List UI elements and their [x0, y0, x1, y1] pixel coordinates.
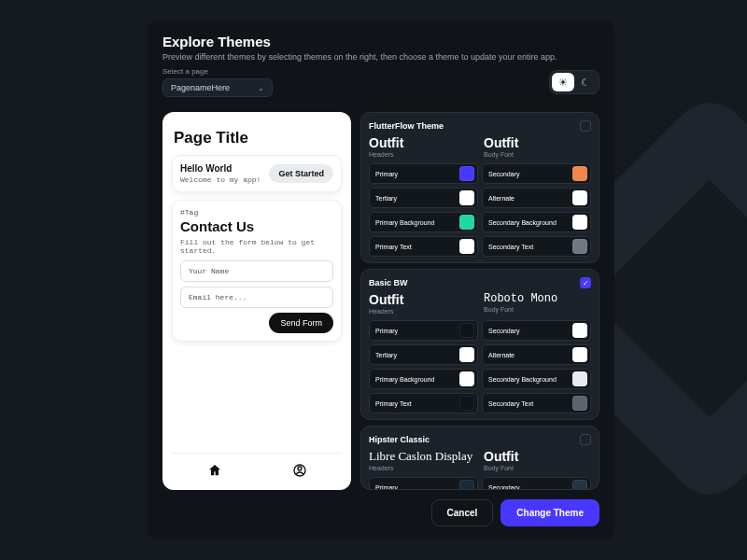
light-dark-toggle: ☀ ☾: [549, 70, 599, 94]
contact-title: Contact Us: [180, 218, 333, 234]
contact-card: #Tag Contact Us Fill out the form below …: [172, 200, 342, 342]
color-swatch[interactable]: Secondary Text: [482, 236, 591, 257]
swatch-chip: [572, 396, 587, 411]
swatch-label: Alternate: [488, 352, 514, 358]
swatch-chip: [459, 323, 474, 338]
swatch-label: Secondary Background: [488, 376, 557, 383]
body-font-label: Body Font: [484, 306, 591, 313]
preview-page-title: Page Title: [174, 129, 340, 147]
header-font-label: Headers: [369, 465, 476, 471]
hello-card: Hello World Welcome to my app! Get Start…: [172, 155, 342, 192]
email-input[interactable]: Email here...: [180, 287, 333, 308]
swatch-label: Tertiary: [375, 352, 397, 358]
color-swatch[interactable]: Secondary: [482, 477, 591, 490]
hello-title: Hello World: [180, 163, 261, 174]
swatch-chip: [572, 239, 587, 254]
swatch-chip: [459, 480, 474, 490]
theme-list: FlutterFlow ThemeOutfitHeadersOutfitBody…: [360, 112, 599, 490]
theme-card[interactable]: Hipster ClassicLibre Caslon DisplayHeade…: [360, 426, 599, 490]
swatch-label: Secondary Background: [488, 219, 557, 226]
theme-select-checkbox[interactable]: [580, 120, 591, 132]
color-swatch[interactable]: Primary: [369, 320, 478, 341]
change-theme-button[interactable]: Change Theme: [500, 499, 599, 526]
color-swatch[interactable]: Primary Background: [369, 369, 478, 389]
swatch-chip: [459, 396, 474, 411]
color-swatch[interactable]: Secondary: [482, 320, 591, 341]
swatch-chip: [572, 323, 587, 338]
contact-subtitle: Fill out the form below to get started.: [180, 238, 333, 255]
swatch-chip: [572, 215, 587, 230]
color-swatch[interactable]: Primary: [369, 477, 478, 490]
swatch-label: Secondary Text: [488, 244, 533, 250]
theme-select-checkbox[interactable]: ✓: [580, 277, 591, 288]
color-swatch[interactable]: Primary Text: [369, 393, 478, 413]
get-started-button[interactable]: Get Started: [269, 164, 333, 183]
color-swatch[interactable]: Secondary Background: [482, 212, 591, 232]
color-swatch[interactable]: Alternate: [482, 188, 591, 208]
swatch-chip: [572, 190, 587, 205]
send-form-button[interactable]: Send Form: [269, 313, 333, 333]
swatch-chip: [572, 347, 587, 362]
dark-mode-button[interactable]: ☾: [574, 73, 597, 91]
color-swatch[interactable]: Tertiary: [369, 188, 478, 208]
body-font: Outfit: [484, 135, 591, 150]
swatch-label: Secondary: [488, 484, 519, 491]
color-swatch[interactable]: Primary Background: [369, 212, 478, 232]
swatch-chip: [572, 480, 587, 490]
panel-subtitle: Preview different themes by selecting th…: [162, 52, 599, 62]
swatch-chip: [572, 371, 587, 386]
swatch-label: Primary Background: [375, 219, 434, 226]
chevron-down-icon: ⌄: [258, 84, 264, 92]
color-swatch[interactable]: Primary: [369, 163, 478, 184]
swatch-chip: [459, 215, 474, 230]
header-font-label: Headers: [369, 151, 476, 158]
color-swatch[interactable]: Tertiary: [369, 344, 478, 365]
home-icon[interactable]: [207, 463, 222, 482]
page-select[interactable]: PagenameHere ⌄: [162, 78, 273, 97]
theme-name: Basic BW: [369, 278, 408, 287]
preview-phone: Page Title Hello World Welcome to my app…: [162, 112, 351, 490]
header-font: Outfit: [369, 135, 476, 150]
body-font-label: Body Font: [484, 151, 591, 158]
swatch-chip: [459, 190, 474, 205]
header-font: Libre Caslon Display: [369, 449, 476, 464]
body-font: Roboto Mono: [484, 292, 591, 305]
swatch-chip: [459, 239, 474, 254]
swatch-chip: [572, 166, 587, 181]
color-swatch[interactable]: Alternate: [482, 344, 591, 365]
swatch-label: Secondary: [488, 328, 519, 334]
swatch-label: Primary: [375, 328, 398, 334]
swatch-chip: [459, 347, 474, 362]
header-font: Outfit: [369, 292, 476, 307]
swatch-label: Primary Background: [375, 376, 434, 383]
color-swatch[interactable]: Primary Text: [369, 236, 478, 257]
tab-bar: [172, 453, 342, 490]
light-mode-button[interactable]: ☀: [552, 73, 574, 91]
header-font-label: Headers: [369, 308, 476, 315]
swatch-chip: [459, 166, 474, 181]
tag-label: #Tag: [180, 208, 333, 217]
color-swatch[interactable]: Secondary Background: [482, 369, 591, 389]
swatch-label: Secondary: [488, 171, 519, 177]
theme-select-checkbox[interactable]: [580, 434, 591, 445]
swatch-label: Primary Text: [375, 244, 412, 250]
select-page-label: Select a page: [162, 67, 273, 76]
hello-subtitle: Welcome to my app!: [180, 175, 261, 184]
panel-title: Explore Themes: [162, 34, 599, 49]
color-swatch[interactable]: Secondary: [482, 163, 591, 184]
swatch-label: Alternate: [488, 195, 514, 202]
swatch-chip: [459, 371, 474, 386]
swatch-label: Primary: [375, 484, 398, 491]
color-swatch[interactable]: Secondary Text: [482, 393, 591, 413]
cancel-button[interactable]: Cancel: [431, 499, 494, 526]
theme-card[interactable]: FlutterFlow ThemeOutfitHeadersOutfitBody…: [360, 112, 599, 263]
theme-card[interactable]: Basic BW✓OutfitHeadersRoboto MonoBody Fo…: [360, 269, 599, 420]
profile-icon[interactable]: [292, 463, 307, 482]
body-font-label: Body Font: [484, 465, 591, 471]
svg-point-1: [298, 467, 302, 470]
swatch-label: Primary Text: [375, 400, 412, 407]
swatch-label: Secondary Text: [488, 400, 533, 407]
swatch-label: Primary: [375, 171, 398, 177]
explore-themes-panel: Explore Themes Preview different themes …: [148, 21, 614, 539]
name-input[interactable]: Your Name: [180, 260, 333, 282]
